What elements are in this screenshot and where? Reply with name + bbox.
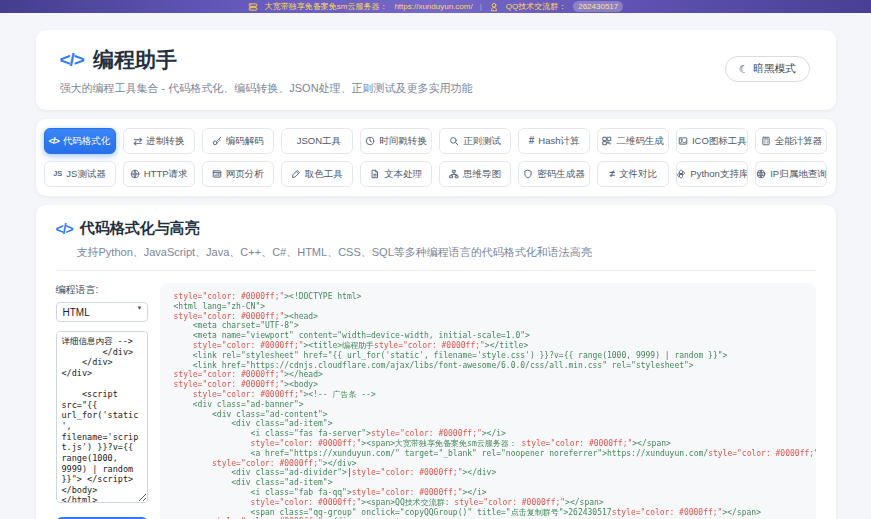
tab-base-convert[interactable]: ⇄进制转换 — [123, 128, 195, 154]
qq-icon — [489, 2, 499, 12]
code-line: <meta name="viewport" content="width=dev… — [174, 331, 802, 341]
banner-ad-link[interactable]: https://xunduyun.com/ — [394, 2, 472, 11]
page-title: 编程助手 — [93, 46, 177, 74]
python-icon — [676, 169, 686, 179]
tab-label: 时间戳转换 — [379, 135, 427, 148]
qrcode-icon — [602, 136, 612, 146]
tab-label: JS测试器 — [66, 168, 106, 181]
section-subtitle: 支持Python、JavaScript、Java、C++、C#、HTML、CSS… — [77, 245, 816, 260]
tab-label: 思维导图 — [463, 168, 501, 181]
code-line: <div class="ad-divider">|style="color: #… — [174, 468, 802, 478]
code-line: <div class="ad-banner"> — [174, 400, 802, 410]
formatter-sidebar: 编程语言: HTML ▼ 详细信息内容 --> </div> </div> </… — [56, 283, 148, 519]
code-line: <span class="qq-group" onclick="copyQQGr… — [174, 508, 802, 518]
code-line: <link href="https://cdnjs.cloudflare.com… — [174, 361, 802, 371]
language-label: 编程语言: — [56, 283, 148, 297]
code-output[interactable]: style="color: #0000ff;"><!DOCTYPE html><… — [160, 283, 816, 519]
tab-code-format[interactable]: </>代码格式化 — [44, 128, 116, 154]
clock-icon — [365, 136, 375, 146]
tab-label: 代码格式化 — [63, 135, 111, 148]
language-select[interactable]: HTML ▼ — [56, 302, 148, 322]
app-logo-code-icon: </> — [60, 49, 84, 71]
header-card: </> 编程助手 强大的编程工具集合 - 代码格式化、编码转换、JSON处理、正… — [36, 30, 836, 110]
server-icon — [248, 2, 258, 12]
qq-group-number[interactable]: 262430517 — [573, 1, 623, 12]
code-line: style="color: #0000ff;"></div> — [174, 459, 802, 469]
tab-label: ICO图标工具 — [692, 135, 747, 148]
tab-json-tools[interactable]: JSON工具 — [281, 128, 353, 154]
tab-label: 进制转换 — [146, 135, 184, 148]
ip-globe-icon — [756, 169, 766, 179]
tab-web-analysis[interactable]: 网页分析 — [202, 161, 274, 187]
exchange-icon: ⇄ — [133, 136, 142, 147]
tab-file-diff[interactable]: ≠文件对比 — [597, 161, 669, 187]
tab-label: Python支持库 — [690, 168, 748, 181]
page-subtitle: 强大的编程工具集合 - 代码格式化、编码转换、JSON处理、正则测试及更多实用功… — [60, 81, 812, 96]
sitemap-icon — [449, 169, 459, 179]
code-line: style="color: #0000ff;"><span>QQ技术交流群: s… — [174, 498, 802, 508]
tab-label: 网页分析 — [226, 168, 264, 181]
js-icon: JS — [53, 170, 62, 178]
language-select-value: HTML — [63, 307, 90, 318]
section-divider — [56, 270, 816, 271]
dark-mode-label: 暗黑模式 — [754, 62, 796, 76]
dark-mode-button[interactable]: ☾ 暗黑模式 — [725, 56, 810, 82]
tab-label: JSON工具 — [297, 135, 341, 148]
eyedropper-icon — [291, 169, 301, 179]
section-code-icon: </> — [56, 221, 73, 237]
code-line: <div class="ad-item"> — [174, 478, 802, 488]
tab-label: 文件对比 — [619, 168, 657, 181]
tab-timestamp-convert[interactable]: 时间戳转换 — [360, 128, 432, 154]
tool-tabs-card: </>代码格式化⇄进制转换编码解码JSON工具时间戳转换正则测试#Hash计算二… — [36, 119, 836, 196]
tab-qrcode-gen[interactable]: 二维码生成 — [597, 128, 669, 154]
tab-label: IP归属地查询 — [770, 168, 826, 181]
tab-label: 取色工具 — [305, 168, 343, 181]
code-line: style="color: #0000ff;"><!-- 广告条 --> — [174, 390, 802, 400]
tab-http-request[interactable]: HTTP请求 — [123, 161, 195, 187]
tab-label: HTTP请求 — [144, 168, 188, 181]
code-line: <i class="fab fa-qq">style="color: #0000… — [174, 488, 802, 498]
tab-encode-decode[interactable]: 编码解码 — [202, 128, 274, 154]
search-icon — [449, 136, 459, 146]
chevron-down-icon: ▼ — [137, 305, 143, 311]
tab-regex-test[interactable]: 正则测试 — [439, 128, 511, 154]
file-icon — [370, 169, 380, 179]
code-formatter-card: </> 代码格式化与高亮 支持Python、JavaScript、Java、C+… — [36, 205, 836, 519]
code-line: style="color: #0000ff;"><title>编程助手style… — [174, 341, 802, 351]
tab-label: 二维码生成 — [616, 135, 664, 148]
tab-hash-calc[interactable]: #Hash计算 — [518, 128, 590, 154]
code-line: style="color: #0000ff;"><head> — [174, 312, 802, 322]
code-line: <div class="ad-content"> — [174, 410, 802, 420]
code-icon: </> — [49, 137, 59, 146]
tab-calculator[interactable]: 全能计算器 — [755, 128, 827, 154]
code-line: style="color: #0000ff;"><span>大宽带独享免备案免s… — [174, 439, 802, 449]
tab-python-lib[interactable]: Python支持库 — [676, 161, 748, 187]
tab-ico-tools[interactable]: ICO图标工具 — [676, 128, 748, 154]
tab-ip-lookup[interactable]: IP归属地查询 — [755, 161, 827, 187]
code-line: <div class="ad-item"> — [174, 419, 802, 429]
tab-label: 密码生成器 — [537, 168, 585, 181]
banner-separator: | — [480, 2, 482, 11]
tool-tabs: </>代码格式化⇄进制转换编码解码JSON工具时间戳转换正则测试#Hash计算二… — [44, 128, 828, 187]
moon-icon: ☾ — [739, 63, 749, 75]
banner-qq-label: QQ技术交流群： — [506, 1, 566, 12]
not-equal-icon: ≠ — [609, 169, 615, 179]
tab-color-picker[interactable]: 取色工具 — [281, 161, 353, 187]
shield-icon — [523, 169, 533, 179]
tab-mindmap[interactable]: 思维导图 — [439, 161, 511, 187]
code-line: <link rel="stylesheet" href="{{ url_for(… — [174, 351, 802, 361]
analysis-icon — [212, 169, 222, 179]
tab-js-tester[interactable]: JSJS测试器 — [44, 161, 116, 187]
code-input[interactable]: 详细信息内容 --> </div> </div> </div> <script … — [56, 331, 148, 503]
key-icon — [212, 136, 222, 146]
top-ad-banner: 大宽带独享免备案免sm云服务器： https://xunduyun.com/ |… — [0, 0, 871, 13]
banner-ad-text: 大宽带独享免备案免sm云服务器： — [265, 1, 388, 12]
code-line: style="color: #0000ff;"></head> — [174, 370, 802, 380]
tab-label: Hash计算 — [538, 135, 579, 148]
tab-password-gen[interactable]: 密码生成器 — [518, 161, 590, 187]
tab-text-process[interactable]: 文本处理 — [360, 161, 432, 187]
code-line: style="color: #0000ff;"><body> — [174, 380, 802, 390]
code-line: <html lang="zh-CN"> — [174, 302, 802, 312]
tab-label: 正则测试 — [463, 135, 501, 148]
tab-label: 全能计算器 — [775, 135, 823, 148]
